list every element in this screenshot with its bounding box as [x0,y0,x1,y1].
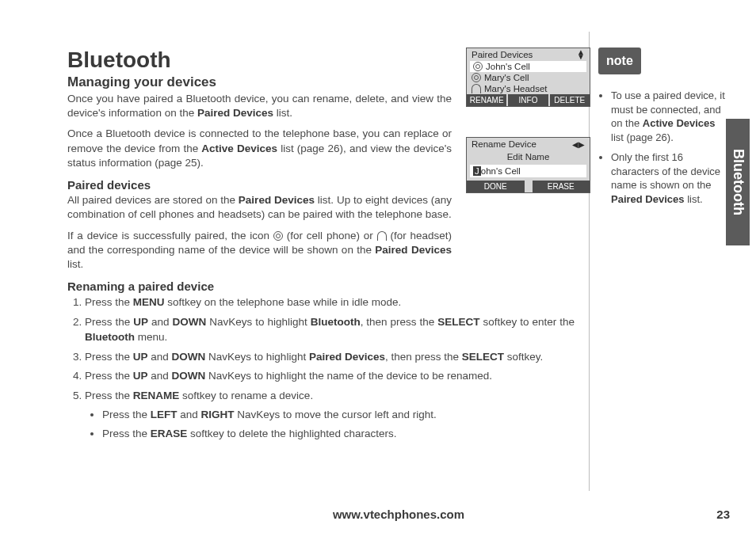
footer-url: www.vtechphones.com [333,508,464,521]
note-badge: note [598,48,641,74]
headset-icon [377,231,387,241]
cellphone-icon [473,62,483,71]
lcd-row-text: John's Cell [486,62,530,71]
lcd-edit-label: Edit Name [467,150,590,163]
lcd-title: Paired Devices ▲▼ [467,48,590,61]
intro-p2: Once a Bluetooth device is connected to … [67,127,452,170]
softkey-erase: ERASE [533,181,590,192]
paired-p1: All paired devices are stored on the Pai… [67,193,452,222]
manual-page: Bluetooth Paired Devices ▲▼ John's Cell [0,0,756,540]
lcd-softkeys: RENAME INFO DELETE [467,94,590,106]
substep: Press the ERASE softkey to delete the hi… [102,426,575,442]
headset-icon [472,84,481,93]
lcd-edit-field: John's Cell [470,165,586,177]
substep: Press the LEFT and RIGHT NavKeys to move… [102,407,575,423]
softkey-info: INFO [508,94,549,106]
lcd-row: Mary's Cell [467,72,590,83]
lcd-title: Rename Device ◀▶ [467,138,590,150]
step: Press the UP and DOWN NavKeys to highlig… [85,349,575,365]
lcd-title-text: Paired Devices [472,50,533,59]
section-tab: Bluetooth [726,119,750,245]
note-item: To use a paired device, it must be conne… [611,89,725,144]
lcd-row-text: Mary's Headset [484,84,548,93]
intro-p1: Once you have paired a Bluetooth device,… [67,92,452,120]
softkey-gap [526,181,533,192]
softkey-done: DONE [467,181,526,192]
section-heading: Renaming a paired device [67,280,575,293]
note-panel: note To use a paired device, it must be … [598,48,725,212]
softkey-rename: RENAME [467,94,508,106]
step: Press the MENU softkey on the telephone … [85,295,575,310]
lcd-softkeys: DONE ERASE [467,181,590,192]
lcd-paired-devices: Paired Devices ▲▼ John's Cell Mary's Cel… [466,48,590,107]
cursor-char: J [473,166,481,176]
lcd-row-selected: John's Cell [470,61,586,72]
note-item: Only the first 16 characters of the devi… [611,150,725,206]
step: Press the UP and DOWN NavKeys to highlig… [85,314,575,345]
lcd-row-text: Mary's Cell [484,73,529,82]
leftright-icon: ◀▶ [572,140,585,149]
page-number: 23 [716,508,730,521]
cellphone-icon [472,73,481,82]
lcd-row: Mary's Headset [467,83,590,94]
updown-icon: ▲▼ [577,50,585,59]
step: Press the RENAME softkey to rename a dev… [85,388,575,442]
softkey-delete: DELETE [550,94,590,106]
page-footer: www.vtechphones.com 23 [67,508,730,521]
main-column: Paired Devices ▲▼ John's Cell Mary's Cel… [67,48,575,446]
step: Press the UP and DOWN NavKeys to highlig… [85,368,575,384]
edit-rest: ohn's Cell [481,166,521,176]
rename-steps: Press the MENU softkey on the telephone … [67,295,575,442]
cellphone-icon [273,231,283,241]
note-list: To use a paired device, it must be conne… [598,89,725,206]
lcd-rename-device: Rename Device ◀▶ Edit Name John's Cell D… [466,137,590,193]
substeps: Press the LEFT and RIGHT NavKeys to move… [85,407,575,442]
paired-p2: If a device is successfully paired, the … [67,229,452,272]
lcd-title-text: Rename Device [472,139,536,149]
